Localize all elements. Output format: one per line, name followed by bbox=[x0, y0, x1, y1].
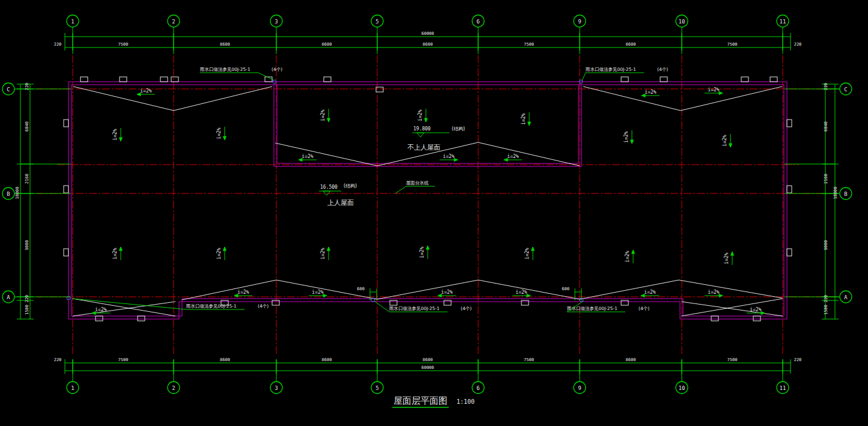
dim-text-right-total: 18000 bbox=[833, 186, 838, 199]
roof-valley-ext-right-1 bbox=[681, 299, 783, 316]
grid-bubble-bottom-10-label: 10 bbox=[679, 385, 685, 391]
upper-elevation-suffix: (结构) bbox=[452, 126, 465, 132]
grid-bubble-right-C-label: C bbox=[844, 87, 847, 93]
dim-text-top: 220 bbox=[54, 42, 62, 47]
slope-label: i=2% bbox=[112, 248, 118, 259]
drain-offset-text: 600 bbox=[562, 287, 569, 291]
slope-label: i=2% bbox=[644, 290, 655, 295]
dim-text-left-total: 18000 bbox=[15, 186, 20, 199]
parapet-outline-inner bbox=[71, 85, 784, 316]
drain-box bbox=[171, 77, 178, 82]
dim-text-bottom: 7500 bbox=[118, 358, 129, 362]
slope-label: i=2% bbox=[507, 154, 518, 159]
rain-outlet-note: 雨水口做法参见00J-25-1 bbox=[186, 303, 237, 309]
dim-text-right: 1500 bbox=[824, 305, 828, 315]
dim-text-top: 8600 bbox=[220, 42, 230, 47]
drain-box bbox=[160, 77, 168, 82]
dim-text-right: 220 bbox=[824, 295, 828, 303]
drain-box bbox=[787, 249, 792, 256]
slope-arrowhead bbox=[327, 118, 330, 122]
slope-label: i=2% bbox=[237, 290, 249, 295]
roof-plan-drawing: 11223355669910101111CCBBAA22022075007500… bbox=[0, 0, 868, 426]
dim-text-left: 6840 bbox=[25, 121, 29, 132]
cad-canvas: { "title": { "text": "屋面层平面图", "scale": … bbox=[0, 0, 868, 426]
drain-box bbox=[521, 300, 529, 305]
ridge-label: 屋面分水线 bbox=[406, 180, 429, 186]
grid-bubble-left-C-label: C bbox=[7, 87, 10, 93]
grid-bubble-top-11-label: 11 bbox=[780, 19, 786, 25]
grid-bubble-top-6-label: 6 bbox=[476, 19, 479, 25]
dim-text-left: 1500 bbox=[25, 305, 29, 315]
drain-box bbox=[787, 186, 792, 193]
slope-label: i=2% bbox=[216, 127, 222, 139]
slope-arrowhead bbox=[731, 252, 734, 255]
dim-text-top: 8600 bbox=[322, 42, 332, 47]
dim-text-left: 220 bbox=[25, 295, 29, 303]
lower-elevation-suffix: (结构) bbox=[344, 183, 357, 189]
slope-arrowhead bbox=[528, 122, 531, 126]
rain-outlet-note: 雨水口做法参见00J-25-1 bbox=[389, 306, 440, 311]
drain-box bbox=[120, 77, 127, 82]
drain-box bbox=[741, 77, 748, 82]
slope-label: i=2% bbox=[625, 251, 630, 262]
slope-label: i=2% bbox=[521, 113, 526, 124]
slope-label: i=2% bbox=[302, 154, 313, 159]
drain-box bbox=[272, 300, 279, 305]
drain-box bbox=[753, 316, 760, 321]
slope-arrowhead bbox=[632, 250, 635, 254]
grid-bubble-top-1-label: 1 bbox=[71, 19, 74, 25]
rain-outlet-leader bbox=[582, 73, 586, 81]
slope-label: i=2% bbox=[320, 248, 326, 259]
drain-box bbox=[324, 77, 331, 82]
slope-label: i=2% bbox=[312, 290, 323, 295]
slope-arrowhead bbox=[719, 92, 723, 95]
rain-outlet-qty: (4个) bbox=[258, 303, 269, 309]
rain-outlet-leader bbox=[72, 299, 186, 309]
grid-bubble-top-2-label: 2 bbox=[172, 19, 175, 25]
slope-label: i=2% bbox=[419, 246, 425, 258]
grid-bubble-bottom-5-label: 5 bbox=[375, 385, 378, 391]
dim-text-right: 220 bbox=[824, 83, 828, 91]
grid-bubble-top-9-label: 9 bbox=[578, 19, 581, 25]
dim-text-right: 6840 bbox=[824, 121, 828, 132]
grid-bubble-top-10-label: 10 bbox=[679, 19, 685, 25]
drain-box bbox=[138, 316, 145, 321]
grid-bubble-right-B-label: B bbox=[844, 191, 847, 197]
dim-text-left: 220 bbox=[25, 83, 29, 91]
slope-label: i=2% bbox=[95, 307, 106, 312]
slope-label: i=2% bbox=[216, 248, 222, 259]
slope-arrowhead bbox=[120, 138, 123, 141]
slope-label: i=2% bbox=[750, 307, 761, 312]
slope-label: i=2% bbox=[441, 290, 452, 295]
drain-box bbox=[64, 249, 68, 256]
roof-valley-ext-right-2 bbox=[681, 302, 783, 316]
dim-text-top: 7500 bbox=[727, 42, 738, 47]
grid-bubble-left-A-label: A bbox=[7, 294, 10, 300]
grid-bubble-bottom-11-label: 11 bbox=[780, 385, 786, 391]
slope-arrowhead bbox=[729, 144, 732, 147]
dim-text-bottom: 7500 bbox=[524, 358, 534, 362]
slope-label: i=2% bbox=[624, 131, 629, 142]
roof-valley-top-left bbox=[73, 87, 272, 111]
slope-label: i=2% bbox=[724, 252, 729, 264]
drain-box bbox=[621, 77, 628, 82]
lower-roof-label: 上人屋面 bbox=[327, 199, 354, 207]
dim-text-bottom: 8600 bbox=[220, 358, 230, 362]
grid-bubble-bottom-3-label: 3 bbox=[275, 385, 278, 391]
slope-arrowhead bbox=[532, 247, 535, 251]
rain-outlet-note: 雨水口做法参见00J-25-1 bbox=[566, 306, 618, 311]
slope-label: i=2% bbox=[645, 90, 656, 95]
slope-arrowhead bbox=[719, 294, 723, 297]
slope-label: i=2% bbox=[417, 109, 423, 121]
slope-label: i=2% bbox=[515, 290, 527, 295]
rain-outlet-qty: (4个) bbox=[461, 306, 472, 311]
rain-outlet-note: 雨水口做法参见00J-25-1 bbox=[585, 67, 636, 72]
slope-label: i=2% bbox=[320, 109, 326, 121]
dim-text-bottom: 8600 bbox=[626, 358, 636, 362]
dim-text-bottom: 220 bbox=[54, 358, 62, 362]
grid-bubble-bottom-9-label: 9 bbox=[578, 385, 581, 391]
drain-box bbox=[444, 300, 451, 305]
drain-box bbox=[96, 316, 103, 321]
dim-text-top: 8600 bbox=[626, 42, 636, 47]
dim-text-bottom: 220 bbox=[794, 358, 802, 362]
